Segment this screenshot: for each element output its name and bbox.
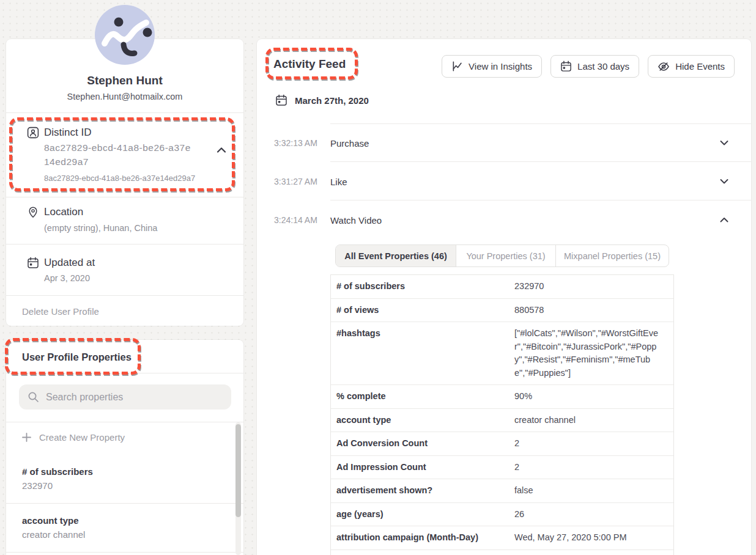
event-property-name: # of views	[331, 299, 514, 322]
location-value: (empty string), Hunan, China	[44, 223, 157, 233]
updated-at-label: Updated at	[44, 257, 95, 269]
event-property-name: age (years)	[331, 503, 514, 526]
distinct-id-expanded-value: 8ac27829-ebcd-41a8-be26-a37e14ed29a7	[44, 174, 195, 183]
view-in-insights-button[interactable]: View in Insights	[442, 55, 542, 78]
event-property-name: Ad Conversion Count	[331, 432, 514, 455]
chevron-up-icon	[217, 147, 226, 153]
event-property-row: % complete 90%	[331, 385, 673, 409]
eye-off-icon	[658, 61, 670, 73]
plus-icon	[22, 433, 31, 442]
line-chart-icon	[451, 61, 463, 72]
tab-your-properties[interactable]: Your Properties (31)	[456, 245, 555, 266]
search-properties-bar[interactable]	[19, 384, 231, 410]
map-pin-icon	[27, 206, 39, 218]
search-icon	[28, 391, 39, 403]
event-name: Watch Video	[330, 215, 382, 225]
event-property-value: 90%	[514, 385, 673, 408]
activity-feed-title: Activity Feed	[273, 57, 346, 71]
event-property-name: # of subscribers	[331, 275, 514, 298]
event-property-name: #hashtags	[331, 322, 514, 384]
chevron-down-icon[interactable]	[720, 140, 728, 145]
event-property-row: # of views 880578	[331, 299, 673, 323]
chevron-up-icon[interactable]	[720, 217, 728, 222]
divider	[6, 295, 243, 296]
event-properties-table: # of subscribers 232970 # of views 88057…	[330, 274, 674, 555]
id-badge-icon	[27, 127, 39, 139]
user-email: Stephen.Hunt@hotmailx.com	[6, 92, 243, 101]
distinct-id-value: 8ac27829-ebcd-41a8-be26-a37e14ed29a7	[44, 141, 196, 169]
date-range-label: Last 30 days	[577, 61, 629, 72]
view-in-insights-label: View in Insights	[469, 61, 532, 72]
event-row-purchase[interactable]: 3:32:13 AM Purchase	[257, 123, 751, 162]
event-property-row: Ad Conversion Count 2	[331, 432, 673, 456]
user-name: Stephen Hunt	[6, 74, 243, 87]
create-new-property-label: Create New Property	[39, 432, 125, 443]
event-property-row: account type creator channel	[331, 409, 673, 433]
event-property-value: ["#lolCats","#Wilson","#WorstGiftEver","…	[514, 322, 673, 384]
event-row-watch-video[interactable]: 3:24:14 AM Watch Video	[257, 200, 751, 239]
search-properties-input[interactable]	[46, 392, 223, 403]
properties-panel-title: User Profile Properties	[22, 351, 132, 363]
updated-at-value: Apr 3, 2020	[44, 273, 90, 283]
event-property-value: creator channel	[514, 409, 673, 432]
avatar	[95, 5, 155, 65]
divider	[6, 373, 243, 373]
event-properties-tabs: All Event Properties (46) Your Propertie…	[335, 244, 669, 267]
property-list-item[interactable]: # of subscribers 232970	[22, 466, 219, 491]
event-property-value: 2	[514, 456, 673, 479]
event-property-name: % complete	[331, 385, 514, 408]
event-property-row: #hashtags ["#lolCats","#Wilson","#WorstG…	[331, 322, 673, 385]
feed-toolbar: View in Insights Last 30 days Hide Event…	[442, 55, 735, 78]
property-name: # of subscribers	[22, 466, 219, 477]
divider	[6, 197, 243, 197]
event-name: Like	[330, 176, 347, 186]
event-time: 3:24:14 AM	[274, 215, 317, 225]
profile-card: Stephen Hunt Stephen.Hunt@hotmailx.com D…	[6, 39, 243, 326]
event-property-value: 880578	[514, 299, 673, 322]
event-time: 3:31:27 AM	[274, 177, 317, 186]
event-property-name: attribution campaign (Month-Day)	[331, 526, 514, 549]
date-range-button[interactable]: Last 30 days	[550, 55, 639, 78]
event-property-value: Facebook	[514, 550, 673, 555]
event-property-value: false	[514, 479, 673, 502]
collapse-distinct-id-button[interactable]	[217, 147, 226, 154]
property-list-item[interactable]: account type creator channel	[22, 515, 219, 540]
create-new-property-button[interactable]: Create New Property	[22, 432, 125, 443]
tab-mixpanel-properties[interactable]: Mixpanel Properties (15)	[555, 245, 669, 266]
event-property-value: 232970	[514, 275, 673, 298]
event-time: 3:32:13 AM	[274, 138, 317, 148]
hide-events-label: Hide Events	[675, 61, 725, 72]
location-label: Location	[44, 206, 83, 218]
scrollbar-thumb[interactable]	[235, 424, 241, 517]
divider	[6, 503, 243, 504]
date-heading-label: March 27th, 2020	[295, 95, 369, 106]
calendar-icon	[560, 61, 572, 72]
event-property-name: advertisement shown?	[331, 479, 514, 502]
calendar-icon	[275, 94, 287, 106]
event-property-row: age (years) 26	[331, 503, 673, 527]
hide-events-button[interactable]: Hide Events	[648, 55, 735, 78]
event-detail-panel: All Event Properties (46) Your Propertie…	[330, 244, 674, 555]
event-property-name: attribution channel	[331, 550, 514, 555]
smiley-trendline-icon	[95, 5, 155, 65]
event-row-like[interactable]: 3:31:27 AM Like	[257, 162, 751, 200]
event-name: Purchase	[330, 138, 369, 148]
event-property-value: 26	[514, 503, 673, 526]
date-heading: March 27th, 2020	[275, 94, 369, 106]
calendar-icon	[27, 257, 39, 269]
event-property-row: # of subscribers 232970	[331, 275, 673, 299]
activity-feed-card: Activity Feed View in Insights Last 30 d…	[257, 39, 751, 555]
chevron-down-icon[interactable]	[720, 178, 728, 184]
user-profile-properties-card: User Profile Properties Create New Prope…	[6, 340, 243, 555]
divider	[6, 552, 243, 553]
tab-all-event-properties[interactable]: All Event Properties (46)	[336, 245, 456, 266]
divider	[6, 244, 243, 244]
delete-user-profile-button[interactable]: Delete User Profile	[22, 306, 99, 317]
event-property-row: attribution campaign (Month-Day) Wed, Ma…	[331, 526, 673, 550]
property-value: creator channel	[22, 529, 219, 540]
event-property-name: Ad Impression Count	[331, 456, 514, 479]
event-property-row: advertisement shown? false	[331, 479, 673, 503]
property-value: 232970	[22, 480, 219, 491]
event-property-name: account type	[331, 409, 514, 432]
event-property-row: attribution channel Facebook	[331, 550, 673, 555]
